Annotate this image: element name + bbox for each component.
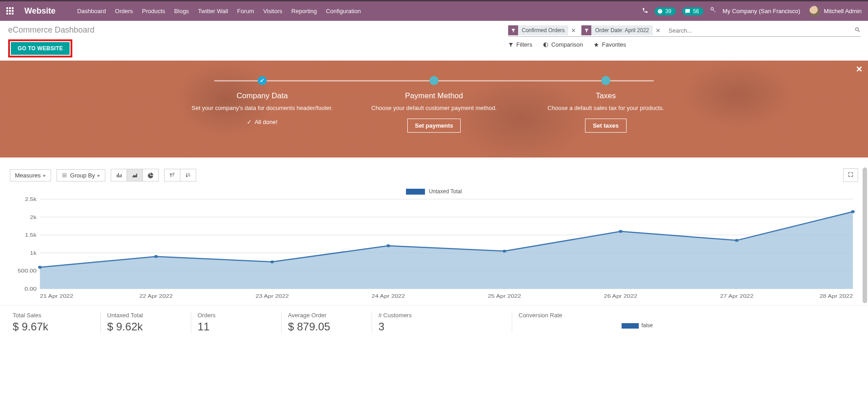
discuss-badge[interactable]: 56 [682, 7, 703, 15]
nav-reporting[interactable]: Reporting [287, 8, 321, 14]
all-done-label: ✓ All done! [247, 119, 278, 125]
kpi-conversion-rate: Conversion Ratefalse [512, 312, 665, 333]
facet-remove[interactable]: ✕ [653, 27, 663, 34]
kpi-untaxed-total: Untaxed Total$ 9.62k [100, 312, 191, 333]
svg-point-15 [387, 244, 390, 247]
onboarding-banner: ✕ Company Data Set your company's data f… [0, 61, 868, 158]
svg-text:1k: 1k [30, 250, 37, 256]
top-nav: Website Dashboard Orders Products Blogs … [0, 0, 868, 21]
debug-icon[interactable] [710, 7, 716, 15]
line-chart-icon[interactable] [127, 169, 143, 181]
favorites-dropdown[interactable]: Favorites [594, 41, 626, 48]
nav-configuration[interactable]: Configuration [321, 8, 365, 14]
chart-legend: Untaxed Total [12, 186, 856, 196]
activity-badge[interactable]: 39 [655, 7, 676, 15]
group-by-button[interactable]: Group By [57, 169, 105, 181]
svg-text:2k: 2k [30, 215, 37, 220]
svg-text:27 Apr 2022: 27 Apr 2022 [720, 294, 754, 299]
facet-confirmed-orders: Confirmed Orders ✕ [508, 25, 579, 35]
nav-products[interactable]: Products [137, 8, 170, 14]
svg-text:28 Apr 2022: 28 Apr 2022 [820, 294, 853, 299]
expand-icon[interactable] [843, 168, 858, 182]
svg-point-19 [851, 210, 855, 213]
svg-point-17 [619, 230, 623, 233]
onboard-step-taxes: Taxes Choose a default sales tax for you… [533, 76, 678, 133]
onboard-step-payment-method: Payment Method Choose your default custo… [362, 76, 506, 133]
svg-text:21 Apr 2022: 21 Apr 2022 [40, 294, 73, 299]
svg-text:1.5k: 1.5k [25, 233, 37, 238]
svg-point-16 [503, 250, 506, 253]
facet-order-date: Order Date: April 2022 ✕ [581, 25, 663, 35]
svg-text:25 Apr 2022: 25 Apr 2022 [488, 294, 521, 299]
facet-remove[interactable]: ✕ [568, 27, 579, 34]
svg-text:500.00: 500.00 [18, 268, 37, 274]
page-title: eCommerce Dashboard [8, 25, 94, 35]
go-to-website-highlight: GO TO WEBSITE [8, 39, 72, 57]
sort-desc-icon[interactable] [180, 169, 196, 181]
bar-chart-icon[interactable] [111, 169, 127, 181]
kpi-strip: Total Sales$ 9.67k Untaxed Total$ 9.62k … [0, 305, 868, 335]
main-menu: Dashboard Orders Products Blogs Twitter … [73, 8, 366, 14]
onboard-step-company-data: Company Data Set your company's data for… [190, 76, 335, 133]
search-icon[interactable] [854, 27, 861, 34]
go-to-website-button[interactable]: GO TO WEBSITE [11, 42, 70, 55]
nav-twitter-wall[interactable]: Twitter Wall [193, 8, 233, 14]
user-menu[interactable]: Mitchell Admin [807, 6, 862, 17]
chart-area: Untaxed Total 0.00500.001k1.5k2k2.5k21 A… [0, 186, 868, 305]
chart-type-group [111, 169, 159, 181]
legend-swatch [406, 189, 425, 195]
nav-dashboard[interactable]: Dashboard [73, 8, 111, 14]
nav-visitors[interactable]: Visitors [259, 8, 287, 14]
step-dot-done-icon [258, 76, 267, 85]
control-bar: eCommerce Dashboard GO TO WEBSITE Confir… [0, 21, 868, 61]
search-bar[interactable]: Confirmed Orders ✕ Order Date: April 202… [508, 25, 861, 37]
svg-text:24 Apr 2022: 24 Apr 2022 [372, 294, 405, 299]
search-input[interactable] [666, 26, 854, 35]
comparison-dropdown[interactable]: Comparison [543, 41, 583, 48]
close-icon[interactable]: ✕ [856, 64, 863, 74]
pie-chart-icon[interactable] [143, 169, 159, 181]
svg-point-14 [270, 261, 274, 263]
set-payments-button[interactable]: Set payments [407, 119, 461, 133]
brand[interactable]: Website [24, 6, 56, 16]
filter-icon [508, 25, 518, 35]
svg-text:26 Apr 2022: 26 Apr 2022 [604, 294, 637, 299]
kpi-total-sales: Total Sales$ 9.67k [10, 312, 100, 333]
kpi-average-order: Average Order$ 879.05 [281, 312, 372, 333]
svg-text:2.5k: 2.5k [25, 197, 37, 202]
line-chart[interactable]: 0.00500.001k1.5k2k2.5k21 Apr 202222 Apr … [12, 196, 856, 301]
nav-blogs[interactable]: Blogs [170, 8, 193, 14]
nav-orders[interactable]: Orders [110, 8, 137, 14]
svg-point-13 [154, 255, 158, 258]
apps-icon[interactable] [6, 7, 14, 15]
nav-right: 39 56 My Company (San Francisco) Mitchel… [642, 6, 862, 17]
svg-text:22 Apr 2022: 22 Apr 2022 [139, 294, 173, 299]
kpi-orders: Orders11 [191, 312, 281, 333]
graph-toolbar: Measures Group By [0, 158, 868, 186]
svg-point-18 [735, 239, 739, 242]
nav-forum[interactable]: Forum [233, 8, 259, 14]
measures-button[interactable]: Measures [10, 169, 51, 181]
svg-text:0.00: 0.00 [24, 286, 37, 292]
kpi-customers: # Customers3 [372, 312, 512, 333]
step-dot-icon [601, 76, 610, 85]
step-dot-icon [429, 76, 439, 85]
sort-asc-icon[interactable] [164, 169, 180, 181]
svg-text:23 Apr 2022: 23 Apr 2022 [255, 294, 289, 299]
set-taxes-button[interactable]: Set taxes [585, 119, 626, 133]
company-switcher[interactable]: My Company (San Francisco) [722, 8, 800, 14]
filters-dropdown[interactable]: Filters [508, 41, 532, 48]
sort-group [164, 169, 196, 181]
svg-point-12 [38, 266, 42, 269]
phone-icon[interactable] [642, 7, 648, 15]
filter-icon [581, 25, 591, 35]
scrollbar[interactable] [863, 167, 867, 303]
avatar [809, 6, 820, 17]
